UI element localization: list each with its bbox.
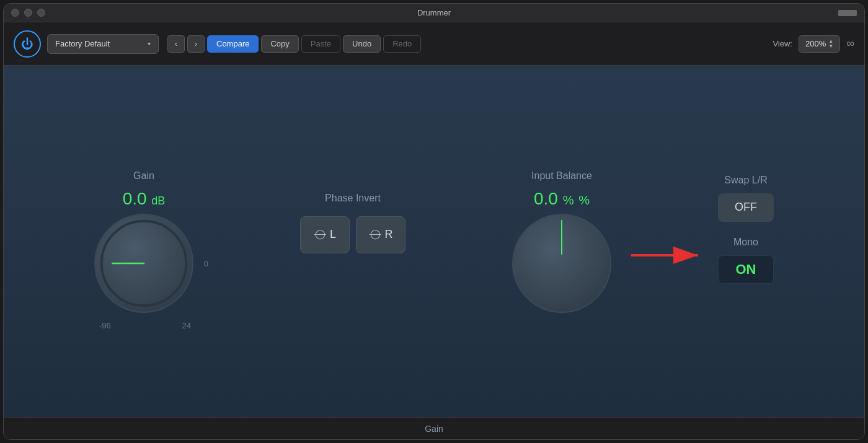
phase-invert-label: Phase Invert xyxy=(325,193,381,204)
gain-label: Gain xyxy=(133,170,154,182)
phase-l-button[interactable]: ⦵ L xyxy=(300,216,350,253)
phase-l-label: L xyxy=(330,228,336,241)
input-balance-section: Input Balance 0.0 % % xyxy=(512,170,611,313)
link-icon[interactable]: ∞ xyxy=(846,37,854,50)
power-icon: ⏻ xyxy=(21,38,33,50)
gain-knob-wrapper: -96 24 0 xyxy=(94,214,193,313)
view-value-dropdown[interactable]: 200% ▲ ▼ xyxy=(799,35,840,53)
phase-r-button[interactable]: ⦵ R xyxy=(356,216,405,253)
view-percentage: 200% xyxy=(805,39,826,48)
gain-knob-arc xyxy=(95,215,192,312)
window-minimize-bar[interactable] xyxy=(838,10,857,16)
close-button[interactable] xyxy=(11,9,19,17)
mono-group: Mono ON xyxy=(718,237,774,284)
undo-button[interactable]: Undo xyxy=(343,35,381,53)
redo-button[interactable]: Redo xyxy=(383,35,421,53)
input-balance-label: Input Balance xyxy=(531,170,592,182)
main-content: Gain 0.0 dB -96 24 xyxy=(4,66,864,439)
balance-indicator xyxy=(561,220,562,255)
mono-label: Mono xyxy=(733,237,758,248)
swap-lr-label: Swap L/R xyxy=(724,175,767,186)
power-button[interactable]: ⏻ xyxy=(14,30,41,58)
minimize-button[interactable] xyxy=(24,9,32,17)
gain-unit: dB xyxy=(151,195,165,207)
phase-r-label: R xyxy=(385,228,393,241)
swap-lr-group: Swap L/R OFF xyxy=(718,175,774,222)
title-bar-right xyxy=(838,10,857,16)
gain-value-display: 0.0 dB xyxy=(123,189,166,209)
plugin-window: Drummer ⏻ Factory Default ▾ ‹ › Compare … xyxy=(3,3,865,440)
preset-label: Factory Default xyxy=(55,39,110,48)
plugin-area: Gain 0.0 dB -96 24 xyxy=(4,66,864,417)
nav-prev-button[interactable]: ‹ xyxy=(167,35,185,53)
input-balance-knob[interactable] xyxy=(512,214,611,313)
phase-buttons: ⦵ L ⦵ R xyxy=(300,216,405,253)
gain-min-label: -96 xyxy=(99,321,111,330)
status-text: Gain xyxy=(425,424,443,434)
view-arrows-icon: ▲ ▼ xyxy=(828,39,833,49)
toolbar: ⏻ Factory Default ▾ ‹ › Compare Copy Pas… xyxy=(4,22,864,66)
input-balance-value: 0.0 xyxy=(534,189,558,208)
mono-button[interactable]: ON xyxy=(718,255,774,284)
fullscreen-button[interactable] xyxy=(37,9,45,17)
gain-max-label: 24 xyxy=(182,321,191,330)
phase-invert-section: Phase Invert ⦵ L ⦵ R xyxy=(300,193,405,253)
window-title: Drummer xyxy=(417,8,451,17)
view-label: View: xyxy=(773,39,792,48)
title-bar: Drummer xyxy=(4,4,864,22)
gain-center-label: 0 xyxy=(204,258,208,268)
swap-lr-button[interactable]: OFF xyxy=(718,193,774,222)
traffic-lights xyxy=(11,9,45,17)
gain-knob[interactable] xyxy=(94,214,193,313)
preset-dropdown[interactable]: Factory Default ▾ xyxy=(47,34,159,54)
input-balance-value-display: 0.0 % % xyxy=(534,189,590,209)
annotation-arrow xyxy=(631,242,706,269)
copy-button[interactable]: Copy xyxy=(261,35,298,53)
phase-symbol-l: ⦵ xyxy=(314,227,326,243)
right-controls: Swap L/R OFF Mono ON xyxy=(718,175,774,284)
toolbar-right: View: 200% ▲ ▼ ∞ xyxy=(773,35,854,53)
input-balance-knob-wrapper xyxy=(512,214,611,313)
input-balance-unit: % xyxy=(563,193,574,207)
gain-section: Gain 0.0 dB -96 24 xyxy=(94,170,193,313)
paste-button[interactable]: Paste xyxy=(301,35,340,53)
status-bar: Gain xyxy=(4,417,864,439)
toolbar-buttons: ‹ › Compare Copy Paste Undo Redo xyxy=(167,35,421,53)
compare-button[interactable]: Compare xyxy=(207,35,259,53)
nav-next-button[interactable]: › xyxy=(187,35,205,53)
chevron-down-icon: ▾ xyxy=(148,40,151,47)
phase-symbol-r: ⦵ xyxy=(369,227,381,243)
gain-value: 0.0 xyxy=(123,189,147,208)
